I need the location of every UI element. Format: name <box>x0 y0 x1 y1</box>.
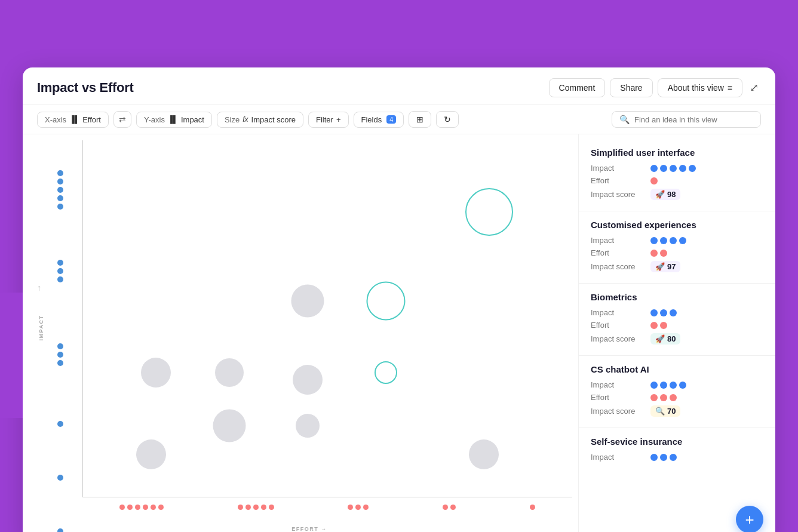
share-button[interactable]: Share <box>610 78 652 97</box>
impact-dots-5 <box>650 454 677 461</box>
score-badge-2: 🚀 97 <box>650 261 680 272</box>
xaxis-label: X-axis <box>45 115 66 124</box>
dot <box>57 204 63 210</box>
yaxis-value: Impact <box>181 115 204 124</box>
score-icon-4: 🔍 <box>655 407 665 416</box>
dot <box>57 276 63 282</box>
scatter-area <box>82 140 572 497</box>
dot-group-3 <box>57 343 63 366</box>
filter-label: Filter <box>316 115 333 124</box>
bubble-customised[interactable] <box>367 282 406 321</box>
effort-dots-4 <box>443 505 456 510</box>
impact-dots-3 <box>650 309 677 316</box>
dot-group-5 <box>57 475 63 481</box>
score-badge-4: 🔍 70 <box>650 405 680 417</box>
plus-icon: + <box>745 511 754 529</box>
sort-button[interactable]: ↻ <box>436 111 459 128</box>
dot <box>57 195 63 201</box>
bubble-grey-7[interactable] <box>136 439 166 469</box>
effort-dots-4 <box>650 394 677 401</box>
idea-impact-row-2: Impact <box>591 236 763 245</box>
search-box[interactable]: 🔍 <box>612 111 761 128</box>
yaxis-button[interactable]: Y-axis ▐▌ Impact <box>136 112 212 128</box>
about-view-button[interactable]: About this view ≡ <box>658 78 742 97</box>
idea-card-1[interactable]: Simplified user interface Impact Effort <box>579 139 775 211</box>
size-label: Size <box>225 115 240 124</box>
score-label: Impact score <box>591 190 650 199</box>
size-button[interactable]: Size fx Impact score <box>217 112 303 128</box>
bubble-grey-6[interactable] <box>141 358 171 388</box>
add-fab-button[interactable]: + <box>736 506 763 532</box>
bubble-simplified-ui[interactable] <box>465 188 513 236</box>
dot <box>57 360 63 366</box>
effort-dots-2 <box>238 505 274 510</box>
size-value: Impact score <box>251 115 296 124</box>
fx-icon: fx <box>243 115 248 124</box>
bottom-axis <box>82 499 572 515</box>
score-label-3: Impact score <box>591 334 650 343</box>
page-title: Impact vs Effort <box>37 80 133 96</box>
bubble-grey-2[interactable] <box>293 365 323 395</box>
idea-title-3: Biometrics <box>591 292 763 302</box>
impact-label-3: Impact <box>591 308 650 317</box>
fields-badge: 4 <box>386 115 396 124</box>
swap-icon: ⇄ <box>119 115 126 124</box>
xaxis-button[interactable]: X-axis ▐▌ Effort <box>37 112 109 128</box>
dot-group-6 <box>57 528 63 532</box>
idea-title-1: Simplified user interface <box>591 147 763 158</box>
dot <box>57 475 63 481</box>
bubble-grey-1[interactable] <box>291 285 324 318</box>
idea-impact-row-3: Impact <box>591 308 763 317</box>
search-input[interactable] <box>634 115 753 124</box>
expand-button[interactable]: ⤢ <box>747 79 761 97</box>
dot-group-4 <box>57 421 63 427</box>
yaxis-label: Y-axis <box>144 115 165 124</box>
main-content: IMPACT ↑ EFFORT → <box>23 134 775 532</box>
idea-score-row-3: Impact score 🚀 80 <box>591 333 763 345</box>
idea-impact-row-4: Impact <box>591 380 763 389</box>
effort-label-4: Effort <box>591 393 650 402</box>
bubble-grey-4[interactable] <box>213 410 246 442</box>
menu-icon: ≡ <box>728 83 732 93</box>
filter-button[interactable]: Filter + <box>308 112 348 128</box>
bar-chart-icon-y: ▐▌ <box>168 115 178 124</box>
score-icon-2: 🚀 <box>655 262 665 271</box>
group-button[interactable]: ⊞ <box>409 111 431 128</box>
idea-card-3[interactable]: Biometrics Impact Effort <box>579 284 775 356</box>
search-icon: 🔍 <box>619 115 630 124</box>
idea-card-2[interactable]: Customised experiences Impact Effort <box>579 211 775 284</box>
toolbar: X-axis ▐▌ Effort ⇄ Y-axis ▐▌ Impact Size… <box>23 105 775 134</box>
bubble-biometrics[interactable] <box>375 361 397 384</box>
effort-dots-1 <box>119 505 164 510</box>
score-icon-1: 🚀 <box>655 190 665 199</box>
dot <box>57 187 63 193</box>
idea-title-4: CS chatbot AI <box>591 364 763 374</box>
score-badge-1: 🚀 98 <box>650 189 680 200</box>
y-axis-arrow: ↑ <box>37 283 41 293</box>
expand-icon: ⤢ <box>750 82 759 94</box>
dot-group-2 <box>57 260 63 282</box>
bubble-grey-5[interactable] <box>296 414 320 438</box>
fields-button[interactable]: Fields 4 <box>354 112 404 128</box>
group-icon: ⊞ <box>416 115 423 124</box>
idea-card-5[interactable]: Self-sevice insurance Impact <box>579 428 775 469</box>
comment-button[interactable]: Comment <box>549 78 606 97</box>
impact-dots-1 <box>650 165 696 172</box>
idea-card-4[interactable]: CS chatbot AI Impact Effort <box>579 356 775 428</box>
dot <box>57 421 63 427</box>
score-badge-3: 🚀 80 <box>650 333 680 345</box>
dot <box>57 352 63 358</box>
dot <box>57 170 63 176</box>
bubble-grey-8[interactable] <box>469 439 499 469</box>
swap-button[interactable]: ⇄ <box>113 111 131 128</box>
bubble-grey-3[interactable] <box>215 358 244 387</box>
impact-label-4: Impact <box>591 380 650 389</box>
idea-score-row-4: Impact score 🔍 70 <box>591 405 763 417</box>
xaxis-value: Effort <box>82 115 101 124</box>
effort-label-3: Effort <box>591 321 650 330</box>
impact-dots-4 <box>650 382 686 389</box>
score-icon-3: 🚀 <box>655 334 665 343</box>
y-axis-label: IMPACT <box>38 315 44 341</box>
header-actions: Comment Share About this view ≡ ⤢ <box>549 78 761 97</box>
score-num-3: 80 <box>667 334 676 343</box>
